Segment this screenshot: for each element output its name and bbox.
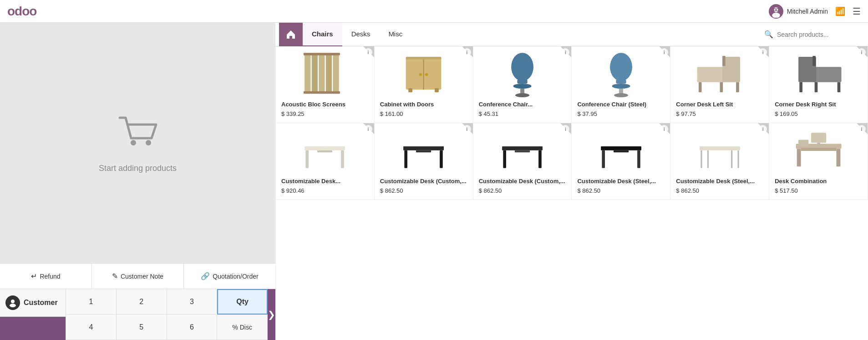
numpad-area: Customer 1 2 3 Qty 4 5 6 % Disc ❯ xyxy=(0,289,275,340)
svg-rect-50 xyxy=(405,150,408,168)
svg-rect-15 xyxy=(304,53,340,55)
product-name-conference-chair: Conference Chair... xyxy=(479,101,566,109)
product-customizable-desk-1[interactable]: i Customizable Desk... $ 920.46 xyxy=(276,123,375,200)
product-price-conference-chair-steel: $ 37.95 xyxy=(577,110,665,117)
product-corner-desk-right[interactable]: i Corner Desk Right Sit $ 169.05 xyxy=(769,46,868,123)
numpad-5[interactable]: 5 xyxy=(117,315,167,340)
customer-note-button[interactable]: ✎ Customer Note xyxy=(92,264,184,289)
category-chairs[interactable]: Chairs xyxy=(303,23,342,46)
product-customizable-desk-steel[interactable]: i Customizable Desk (Steel,... $ 862.50 xyxy=(572,123,670,200)
svg-rect-11 xyxy=(319,55,325,92)
svg-rect-43 xyxy=(799,82,802,92)
product-name-corner-desk-left: Corner Desk Left Sit xyxy=(676,101,763,109)
product-corner-desk-left[interactable]: i Corner Desk Left Sit $ 97.75 xyxy=(670,46,769,123)
product-customizable-desk-steel2[interactable]: i Customizable Desk (Steel,... $ 862.50 xyxy=(670,123,769,200)
product-info-button-desk-combination[interactable]: i xyxy=(858,125,866,133)
svg-rect-17 xyxy=(406,57,442,60)
home-button[interactable] xyxy=(279,23,303,46)
product-price-customizable-desk-steel: $ 862.50 xyxy=(577,187,665,194)
product-name-cabinet-doors: Cabinet with Doors xyxy=(380,101,467,109)
product-price-acoustic-bloc: $ 339.25 xyxy=(281,110,369,117)
numpad-3[interactable]: 3 xyxy=(167,289,218,315)
numpad-1[interactable]: 1 xyxy=(66,289,117,315)
svg-rect-65 xyxy=(731,150,732,168)
svg-rect-62 xyxy=(700,150,702,168)
svg-rect-53 xyxy=(502,146,543,150)
svg-point-1 xyxy=(772,12,780,17)
refund-icon: ↵ xyxy=(31,272,37,280)
quotation-label: Quotation/Order xyxy=(213,273,258,280)
product-info-button-customizable-desk-steel[interactable]: i xyxy=(660,125,668,133)
product-conference-chair-steel[interactable]: i Conference Chair (Steel) $ 37.95 xyxy=(572,46,670,123)
chevron-right-icon: ❯ xyxy=(268,309,275,320)
product-info-button-customizable-desk-1[interactable]: i xyxy=(364,125,372,133)
svg-point-23 xyxy=(511,53,533,81)
svg-point-6 xyxy=(146,140,151,145)
svg-rect-13 xyxy=(333,55,339,92)
category-misc[interactable]: Misc xyxy=(379,23,411,46)
product-price-customizable-desk-steel2: $ 862.50 xyxy=(676,187,763,194)
svg-rect-52 xyxy=(416,150,431,152)
svg-rect-48 xyxy=(317,150,332,152)
left-panel: Start adding products ↵ Refund ✎ Custome… xyxy=(0,23,275,340)
numpad-6[interactable]: 6 xyxy=(167,315,218,340)
svg-rect-21 xyxy=(408,88,412,92)
product-image-corner-desk-right xyxy=(775,52,862,97)
product-desk-combination[interactable]: i Desk Combination $ 517.50 xyxy=(769,123,868,200)
customer-button[interactable]: Customer xyxy=(0,289,66,317)
product-image-customizable-desk-1 xyxy=(281,129,369,174)
product-acoustic-bloc[interactable]: i Acoustic Bloc Screens $ 339.25 xyxy=(276,46,375,123)
svg-rect-37 xyxy=(736,82,739,92)
cart-icon xyxy=(117,113,158,158)
product-info-button-acoustic-bloc[interactable]: i xyxy=(364,48,372,56)
svg-point-7 xyxy=(11,300,15,303)
svg-rect-35 xyxy=(699,82,702,92)
svg-rect-64 xyxy=(707,150,708,168)
product-image-customizable-desk-steel xyxy=(577,129,665,174)
svg-rect-10 xyxy=(312,55,318,92)
product-image-conference-chair xyxy=(479,52,566,97)
product-image-customizable-desk-2 xyxy=(380,129,467,174)
user-avatar xyxy=(769,4,783,19)
product-cabinet-doors[interactable]: i Cabinet with Doors $ 161.00 xyxy=(375,46,473,123)
product-info-button-corner-desk-left[interactable]: i xyxy=(759,48,767,56)
search-icon: 🔍 xyxy=(764,30,773,39)
nav-right: Mitchell Admin 📶 ☰ xyxy=(769,4,861,19)
product-info-button-cabinet-doors[interactable]: i xyxy=(463,48,471,56)
product-info-button-customizable-desk-2[interactable]: i xyxy=(463,125,471,133)
search-input[interactable] xyxy=(777,31,859,38)
refund-button[interactable]: ↵ Refund xyxy=(0,264,92,289)
product-image-customizable-desk-steel2 xyxy=(676,129,763,174)
hamburger-menu-icon[interactable]: ☰ xyxy=(853,6,861,17)
quotation-order-button[interactable]: 🔗 Quotation/Order xyxy=(184,264,275,289)
numpad-4[interactable]: 4 xyxy=(66,315,117,340)
product-info-button-customizable-desk-3[interactable]: i xyxy=(561,125,569,133)
user-info: Mitchell Admin xyxy=(769,4,828,19)
svg-rect-44 xyxy=(812,56,816,66)
svg-rect-9 xyxy=(305,55,310,92)
search-area: 🔍 xyxy=(759,30,864,39)
product-customizable-desk-3[interactable]: i Customizable Desk (Custom,... $ 862.50 xyxy=(473,123,572,200)
cart-empty-text: Start adding products xyxy=(99,164,177,173)
product-info-button-customizable-desk-steel2[interactable]: i xyxy=(759,125,767,133)
numpad-qty[interactable]: Qty xyxy=(217,289,268,315)
product-info-button-conference-chair[interactable]: i xyxy=(561,48,569,56)
expand-button[interactable]: ❯ xyxy=(268,289,275,340)
refund-label: Refund xyxy=(40,273,60,280)
svg-point-27 xyxy=(515,93,529,97)
numpad-2[interactable]: 2 xyxy=(117,289,167,315)
product-info-button-corner-desk-right[interactable]: i xyxy=(858,48,866,56)
product-customizable-desk-2[interactable]: i Customizable Desk (Custom,... $ 862.50 xyxy=(375,123,473,200)
category-desks[interactable]: Desks xyxy=(342,23,380,46)
product-price-corner-desk-right: $ 169.05 xyxy=(775,110,862,117)
product-info-button-conference-chair-steel[interactable]: i xyxy=(660,48,668,56)
product-image-corner-desk-left xyxy=(676,52,763,97)
numpad-pct-disc[interactable]: % Disc xyxy=(217,315,268,340)
link-icon: 🔗 xyxy=(201,272,210,280)
product-name-conference-chair-steel: Conference Chair (Steel) xyxy=(577,101,665,109)
product-conference-chair[interactable]: i Conference Chair... $ 45.31 xyxy=(473,46,572,123)
product-name-customizable-desk-1: Customizable Desk... xyxy=(281,178,369,185)
svg-rect-24 xyxy=(517,80,527,84)
product-price-conference-chair: $ 45.31 xyxy=(479,110,566,117)
svg-rect-68 xyxy=(836,149,840,166)
